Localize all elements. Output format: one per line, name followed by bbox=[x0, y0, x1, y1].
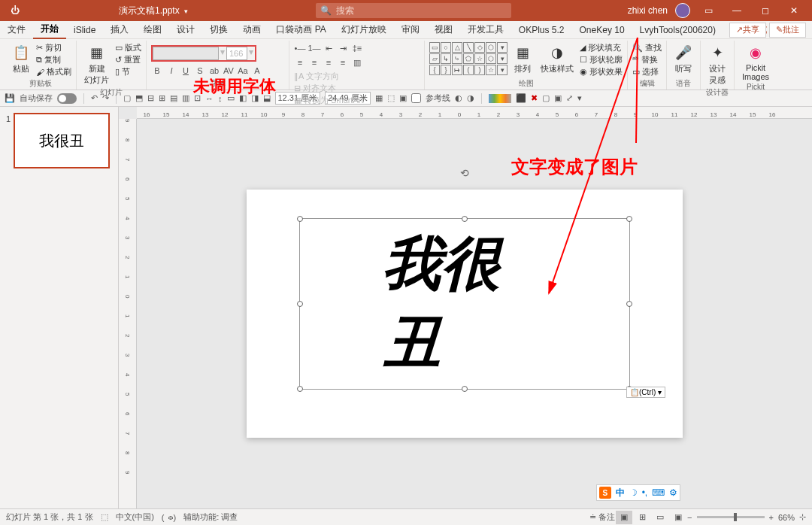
tab-view[interactable]: 视图 bbox=[427, 21, 460, 39]
smartart-button[interactable]: ▦转换为 SmartArt bbox=[294, 95, 363, 106]
resize-handle-e[interactable] bbox=[626, 301, 632, 307]
view-sorter-icon[interactable]: ⊞ bbox=[634, 511, 650, 524]
maximize-icon[interactable]: ◻ bbox=[755, 0, 776, 21]
user-avatar[interactable] bbox=[675, 3, 690, 18]
qat-icon[interactable]: ⊟ bbox=[147, 93, 154, 103]
zoom-value[interactable]: 66% bbox=[778, 513, 795, 522]
tab-onekey[interactable]: OneKey 10 bbox=[572, 21, 632, 39]
copy-button[interactable]: ⧉复制 bbox=[36, 54, 71, 65]
resize-handle-w[interactable] bbox=[297, 301, 303, 307]
tab-animation[interactable]: 动画 bbox=[235, 21, 268, 39]
ime-toolbar[interactable]: S 中 ☽ •, ⌨ ⚙ bbox=[596, 484, 680, 501]
resize-handle-sw[interactable] bbox=[297, 386, 303, 392]
tab-review[interactable]: 审阅 bbox=[394, 21, 427, 39]
minimize-icon[interactable]: — bbox=[726, 0, 747, 21]
view-reading-icon[interactable]: ▭ bbox=[652, 511, 668, 524]
find-button[interactable]: 🔍查找 bbox=[632, 42, 662, 53]
share-button[interactable]: ↗ 共享 bbox=[729, 23, 766, 38]
fit-window-icon[interactable]: ⊹ bbox=[799, 512, 806, 522]
tab-insert[interactable]: 插入 bbox=[103, 21, 136, 39]
arrange-button[interactable]: ▦排列 bbox=[511, 42, 535, 76]
document-title[interactable]: 演示文稿1.pptx ▾ bbox=[119, 5, 188, 17]
tab-islide[interactable]: iSlide bbox=[66, 21, 103, 39]
ime-comma-icon[interactable]: •, bbox=[642, 487, 648, 498]
resize-handle-nw[interactable] bbox=[297, 216, 303, 222]
ime-sogou-icon[interactable]: S bbox=[599, 487, 611, 499]
view-normal-icon[interactable]: ▣ bbox=[616, 511, 632, 524]
tab-slideshow[interactable]: 幻灯片放映 bbox=[334, 21, 394, 39]
replace-button[interactable]: ᵃᵇ替换 bbox=[632, 54, 662, 65]
slide-thumbnail-panel[interactable]: 1 我很丑 bbox=[0, 107, 119, 508]
qat-icon[interactable]: ✖ bbox=[531, 93, 538, 103]
align-center-button[interactable]: ≡ bbox=[308, 56, 320, 68]
slide-image-content[interactable]: 我很丑 bbox=[383, 225, 547, 383]
ime-settings-icon[interactable]: ⚙ bbox=[669, 487, 677, 498]
tab-lvyh[interactable]: LvyhTools(200620) bbox=[632, 21, 723, 39]
justify-button[interactable]: ≡ bbox=[337, 56, 349, 68]
qat-icon[interactable]: ◐ bbox=[455, 93, 462, 103]
new-slide-button[interactable]: ▦ 新建 幻灯片 bbox=[81, 42, 112, 87]
tab-home[interactable]: 开始 bbox=[33, 21, 66, 39]
resize-handle-ne[interactable] bbox=[626, 216, 632, 222]
italic-button[interactable]: I bbox=[165, 65, 177, 77]
align-right-button[interactable]: ≡ bbox=[323, 56, 335, 68]
save-icon[interactable]: 💾 bbox=[5, 93, 15, 103]
canvas-area[interactable]: 1615141312111098765432101234567891011121… bbox=[119, 107, 812, 508]
resize-handle-s[interactable] bbox=[462, 386, 468, 392]
accessibility-icon[interactable]: (ၜ) bbox=[162, 513, 176, 522]
ribbon-display-icon[interactable]: ▭ bbox=[698, 0, 719, 21]
dictate-button[interactable]: 🎤听写 bbox=[671, 42, 695, 76]
paste-options-badge[interactable]: 📋(Ctrl) ▾ bbox=[626, 387, 665, 398]
line-spacing-button[interactable]: ‡≡ bbox=[351, 42, 363, 54]
qat-icon[interactable]: ▣ bbox=[554, 93, 562, 103]
font-name-input[interactable] bbox=[153, 47, 219, 60]
username[interactable]: zhixi chen bbox=[628, 5, 668, 16]
tab-okplus[interactable]: OKPlus 5.2 bbox=[511, 21, 572, 39]
slide-canvas[interactable]: ⟲ 我很丑 📋(Ctrl) ▾ bbox=[247, 190, 683, 438]
shape-outline-button[interactable]: ☐形状轮廓 bbox=[580, 54, 623, 65]
section-button[interactable]: ▯节 bbox=[115, 66, 141, 77]
font-size-input[interactable] bbox=[226, 47, 247, 60]
pickit-button[interactable]: ◉Pickit Images bbox=[739, 42, 772, 83]
qat-icon[interactable]: ⊞ bbox=[159, 93, 165, 103]
layout-button[interactable]: ▭版式 bbox=[115, 42, 141, 53]
status-slide-info[interactable]: 幻灯片 第 1 张，共 1 张 bbox=[6, 511, 93, 523]
shapes-gallery[interactable]: ▭○△╲◇⬡▾ ▱↳⤷⬠☆⬡▾ {}↦()☆▾ bbox=[429, 42, 508, 75]
tab-draw[interactable]: 绘图 bbox=[136, 21, 169, 39]
autosave-toggle[interactable] bbox=[57, 93, 77, 104]
title-dropdown-icon[interactable]: ▾ bbox=[184, 8, 188, 15]
ime-moon-icon[interactable]: ☽ bbox=[629, 487, 638, 498]
underline-button[interactable]: U bbox=[180, 65, 192, 77]
status-accessibility[interactable]: 辅助功能: 调查 bbox=[183, 511, 238, 523]
quick-styles-button[interactable]: ◑快速样式 bbox=[538, 42, 577, 76]
indent-dec-button[interactable]: ⇤ bbox=[323, 42, 335, 54]
qat-icon[interactable]: ▢ bbox=[542, 93, 550, 103]
paste-button[interactable]: 📋 粘贴 bbox=[9, 42, 33, 76]
notes-button[interactable]: ≐ 备注 bbox=[589, 511, 615, 523]
qat-icon[interactable]: ⬛ bbox=[516, 93, 526, 103]
design-ideas-button[interactable]: ✦设计 灵感 bbox=[705, 42, 729, 87]
view-slideshow-icon[interactable]: ▣ bbox=[670, 511, 686, 524]
rotation-handle-icon[interactable]: ⟲ bbox=[460, 167, 469, 179]
qat-icon[interactable]: ▤ bbox=[170, 93, 177, 103]
qat-icon[interactable]: ◑ bbox=[467, 93, 474, 103]
close-icon[interactable]: ✕ bbox=[783, 0, 804, 21]
qat-icon[interactable]: ▥ bbox=[182, 93, 189, 103]
ime-lang-label[interactable]: 中 bbox=[616, 487, 625, 499]
text-direction-button[interactable]: ‖A文字方向 bbox=[294, 71, 339, 82]
bold-button[interactable]: B bbox=[151, 65, 163, 77]
tab-devtools[interactable]: 开发工具 bbox=[460, 21, 511, 39]
zoom-out-icon[interactable]: − bbox=[687, 513, 692, 522]
zoom-slider[interactable] bbox=[697, 516, 765, 518]
bullets-button[interactable]: •― bbox=[294, 42, 306, 54]
align-left-button[interactable]: ≡ bbox=[294, 56, 306, 68]
columns-button[interactable]: ▥ bbox=[351, 56, 363, 68]
color-palette[interactable] bbox=[489, 94, 511, 103]
search-box[interactable]: 🔍 搜索 bbox=[316, 3, 511, 18]
zoom-in-icon[interactable]: + bbox=[769, 513, 774, 522]
shape-fill-button[interactable]: ◢形状填充 bbox=[580, 42, 623, 53]
format-painter-button[interactable]: 🖌格式刷 bbox=[36, 66, 71, 77]
numbering-button[interactable]: 1― bbox=[308, 42, 320, 54]
select-button[interactable]: ▭选择 bbox=[632, 66, 662, 77]
align-text-button[interactable]: ⊟对齐文本 bbox=[294, 83, 336, 94]
